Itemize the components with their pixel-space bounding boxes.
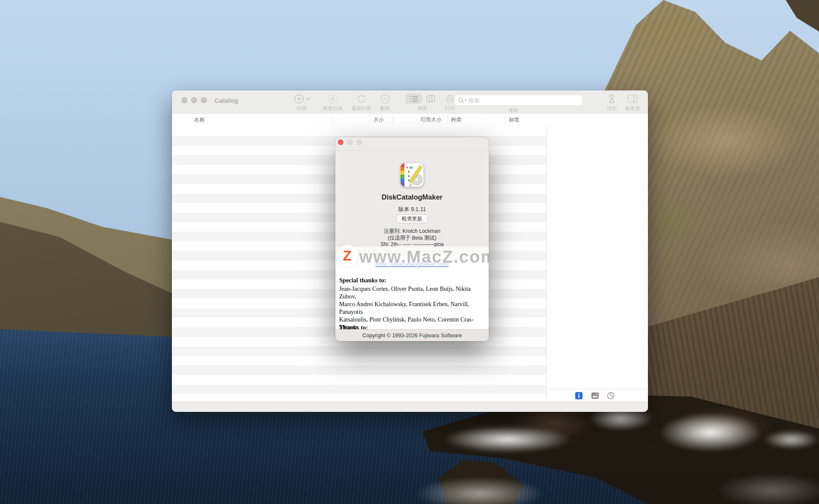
column-header-available[interactable]: 可用大小 xyxy=(394,116,441,124)
column-header-kind[interactable]: 种类 xyxy=(451,116,462,124)
column-divider[interactable] xyxy=(392,116,393,124)
inspector-panel xyxy=(546,126,648,389)
app-name: DiskCatalogMaker xyxy=(335,193,489,201)
app-icon xyxy=(398,161,426,188)
minimize-button[interactable] xyxy=(191,97,197,103)
check-update-button[interactable]: 检查更新 xyxy=(396,214,428,223)
app-version: 版本 9.1.11 xyxy=(335,206,489,213)
special-thanks-heading: Special thanks to: xyxy=(339,277,386,284)
toolbar: Catalog 扫描 批量扫描 xyxy=(172,90,648,114)
wallpaper-surf-foam xyxy=(764,430,819,449)
search-group-label: 搜索 xyxy=(500,107,526,114)
column-header-name[interactable]: 名称 xyxy=(194,116,205,124)
print-label: 打印 xyxy=(437,105,463,112)
column-header-row: 名称 大小 可用大小 种类 标签 xyxy=(172,114,648,126)
scan-button[interactable]: 扫描 xyxy=(287,93,317,112)
column-header-size[interactable]: 大小 xyxy=(334,116,384,124)
delete-button[interactable]: 删除 xyxy=(372,93,398,112)
zoom-button[interactable] xyxy=(201,97,207,103)
watermark-text: www.MacZ.com xyxy=(359,247,489,266)
column-divider[interactable] xyxy=(333,116,333,124)
info-tab-icon[interactable] xyxy=(575,392,583,400)
close-button[interactable] xyxy=(181,97,187,103)
delete-label: 删除 xyxy=(372,105,398,112)
inspector-tab-bar xyxy=(546,389,648,402)
close-button[interactable] xyxy=(338,139,343,145)
delete-minus-icon xyxy=(372,93,398,104)
about-dialog: DiskCatalogMaker 版本 9.1.11 检查更新 注册到: Kro… xyxy=(335,137,489,341)
inspector-button[interactable]: 检查器 xyxy=(617,93,648,112)
minimize-button xyxy=(347,139,353,145)
registered-to: 注册到: Krotch Lockman xyxy=(335,228,489,235)
window-title: Catalog xyxy=(215,97,238,104)
list-view-icon xyxy=(410,96,418,102)
scan-plus-icon xyxy=(287,93,317,104)
wallpaper-surf-foam xyxy=(444,426,572,453)
search-field[interactable] xyxy=(454,95,583,106)
inspector-icon xyxy=(617,93,648,104)
registration-block: 注册到: Krotch Lockman (仅适用于 Beta 测试) SN: 2… xyxy=(335,228,489,248)
column-divider[interactable] xyxy=(447,116,447,124)
search-icon xyxy=(458,97,468,103)
wallpaper-surf-foam xyxy=(659,413,761,452)
watermark-logo: Z xyxy=(336,245,358,267)
zoom-button xyxy=(357,139,362,145)
search-input[interactable] xyxy=(468,97,579,104)
image-tab-icon[interactable] xyxy=(591,392,599,400)
pie-chart-tab-icon[interactable] xyxy=(607,392,615,400)
column-view-icon xyxy=(427,95,435,102)
window-bottom-bar xyxy=(172,402,648,412)
scan-label: 扫描 xyxy=(287,105,317,112)
view-switcher: 视图 xyxy=(403,93,441,112)
titlebar-divider xyxy=(335,150,489,151)
special-thanks-names: Jean-Jacques Cortes, Oliver Psotta, Leon… xyxy=(339,285,486,330)
beta-note: (仅适用于 Beta 测试) xyxy=(335,235,489,242)
column-view-button[interactable] xyxy=(422,93,439,104)
chevron-down-icon xyxy=(307,98,310,100)
column-divider[interactable] xyxy=(505,116,505,124)
list-view-button[interactable] xyxy=(405,93,422,104)
inspector-label: 检查器 xyxy=(617,105,648,112)
view-label: 视图 xyxy=(403,105,441,112)
copyright-text: Copyright © 1993-2026 Fujiwara Software xyxy=(335,329,489,341)
column-header-tags[interactable]: 标签 xyxy=(509,116,520,124)
